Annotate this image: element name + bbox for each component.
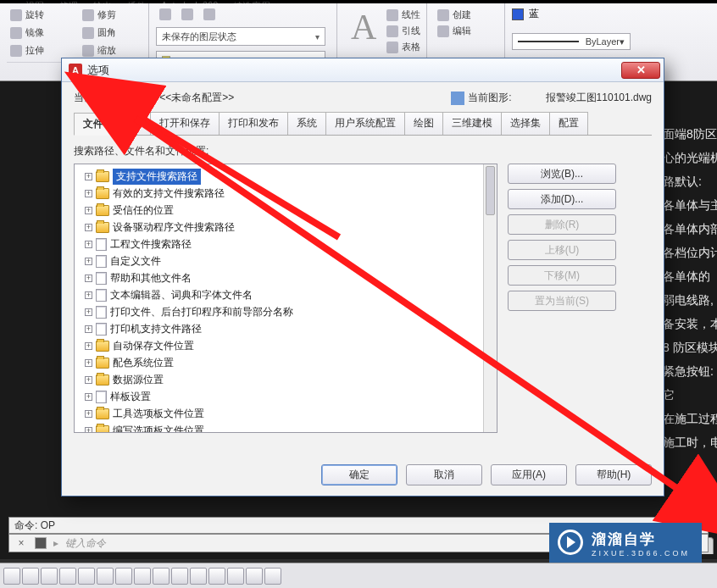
linear-dim-button[interactable]: 线性 [383, 7, 424, 23]
stretch-button[interactable]: 拉伸 [7, 42, 70, 58]
cancel-button[interactable]: 取消 [406, 464, 482, 485]
expander-icon[interactable]: + [85, 241, 92, 248]
layer-iso-button[interactable] [178, 7, 197, 22]
tree-node[interactable]: +配色系统位置 [76, 354, 495, 371]
tab-1[interactable]: 显示 [112, 112, 151, 135]
tab-9[interactable]: 配置 [549, 112, 588, 135]
tree-node[interactable]: +工程文件搜索路径 [76, 236, 495, 252]
expander-icon[interactable]: + [85, 325, 92, 333]
tree-node-label: 帮助和其他文件名 [110, 271, 192, 286]
move-down-button[interactable]: 下移(M) [508, 265, 616, 286]
tree-node[interactable]: +支持文件搜索路径 [76, 168, 495, 185]
expander-icon[interactable]: + [85, 207, 92, 214]
set-current-button[interactable]: 置为当前(S) [508, 291, 616, 311]
command-input[interactable]: 键入命令 [65, 536, 106, 551]
move-up-button[interactable]: 上移(U) [508, 240, 616, 260]
status-btn[interactable] [246, 568, 263, 585]
expander-icon[interactable]: + [85, 342, 92, 350]
browse-button[interactable]: 浏览(B)... [508, 164, 616, 184]
color-swatch[interactable] [512, 8, 524, 20]
trim-button[interactable]: 修剪 [79, 7, 142, 23]
rotate-button[interactable]: 旋转 [7, 7, 70, 23]
status-btn[interactable] [115, 568, 132, 585]
tree-node[interactable]: +有效的支持文件搜索路径 [76, 185, 495, 202]
status-btn[interactable] [97, 568, 114, 585]
status-btn[interactable] [78, 568, 95, 585]
status-btn[interactable] [3, 568, 20, 585]
status-btn[interactable] [190, 568, 207, 585]
status-btn[interactable] [153, 568, 170, 585]
tree-node-label: 自定义文件 [110, 254, 161, 269]
file-icon [96, 289, 107, 302]
expander-icon[interactable]: + [85, 359, 92, 367]
layer-state-button[interactable] [156, 7, 175, 22]
layer-freeze-button[interactable] [200, 7, 219, 22]
tab-7[interactable]: 三维建模 [442, 112, 502, 135]
tree-node[interactable]: +样板设置 [76, 388, 495, 405]
expander-icon[interactable]: + [85, 224, 92, 231]
expander-icon[interactable]: + [85, 393, 92, 401]
expander-icon[interactable]: + [85, 275, 92, 282]
search-paths-tree[interactable]: +支持文件搜索路径+有效的支持文件搜索路径+受信任的位置+设备驱动程序文件搜索路… [74, 164, 497, 433]
fillet-button[interactable]: 圆角 [79, 25, 142, 41]
expander-icon[interactable]: + [85, 427, 92, 434]
layer-state-combo[interactable]: 未保存的图层状态 ▾ [156, 27, 325, 46]
status-btn[interactable] [208, 568, 225, 585]
scrollbar[interactable] [483, 164, 497, 432]
expander-icon[interactable]: + [85, 173, 92, 180]
expander-icon[interactable]: + [85, 410, 92, 418]
expander-icon[interactable]: + [85, 376, 92, 384]
table-button[interactable]: 表格 [383, 39, 424, 55]
linetype-combo[interactable]: ByLayer▾ [512, 33, 631, 50]
expander-icon[interactable]: + [85, 291, 92, 299]
tab-8[interactable]: 选择集 [501, 112, 550, 135]
tree-node[interactable]: +文本编辑器、词典和字体文件名 [76, 286, 495, 303]
scale-button[interactable]: 缩放 [79, 42, 142, 58]
tree-node[interactable]: +设备驱动程序文件搜索路径 [76, 219, 495, 236]
text-icon[interactable]: A [344, 7, 383, 55]
status-btn[interactable] [264, 568, 281, 585]
help-button[interactable]: 帮助(H) [575, 464, 652, 485]
expander-icon[interactable]: + [85, 190, 92, 197]
mirror-icon [10, 27, 22, 39]
tab-4[interactable]: 系统 [287, 112, 326, 135]
status-btn[interactable] [227, 568, 244, 585]
scroll-thumb[interactable] [486, 166, 495, 215]
tree-node[interactable]: +自动保存文件位置 [76, 337, 495, 354]
status-btn[interactable] [22, 568, 39, 585]
tree-node[interactable]: +帮助和其他文件名 [76, 269, 495, 286]
ok-button[interactable]: 确定 [321, 464, 397, 485]
close-icon[interactable]: × [14, 537, 28, 549]
tree-node[interactable]: +打印机支持文件路径 [76, 320, 495, 337]
folder-icon [96, 425, 109, 434]
apply-button[interactable]: 应用(A) [491, 464, 567, 485]
dialog-titlebar[interactable]: A 选项 ✕ [62, 58, 664, 82]
tree-node[interactable]: +打印文件、后台打印程序和前导部分名称 [76, 303, 495, 320]
tree-node-label: 支持文件搜索路径 [113, 169, 201, 185]
leader-button[interactable]: 引线 [383, 23, 424, 39]
status-btn[interactable] [134, 568, 151, 585]
tab-2[interactable]: 打开和保存 [150, 112, 220, 135]
close-button[interactable]: ✕ [621, 62, 660, 79]
mirror-button[interactable]: 镜像 [7, 25, 70, 41]
tab-6[interactable]: 绘图 [404, 112, 443, 135]
status-btn[interactable] [59, 568, 76, 585]
status-btn[interactable] [171, 568, 188, 585]
tab-0[interactable]: 文件 [74, 113, 113, 136]
remove-button[interactable]: 删除(R) [508, 214, 616, 235]
file-icon [96, 255, 107, 268]
tree-node[interactable]: +数据源位置 [76, 371, 495, 388]
expander-icon[interactable]: + [85, 308, 92, 316]
tree-node[interactable]: +受信任的位置 [76, 202, 495, 219]
block-create-button[interactable]: 创建 [434, 7, 497, 23]
tree-node[interactable]: +编写选项板文件位置 [76, 422, 495, 433]
tab-5[interactable]: 用户系统配置 [325, 112, 405, 135]
add-button[interactable]: 添加(D)... [508, 189, 616, 209]
statusbar [0, 563, 717, 588]
tab-3[interactable]: 打印和发布 [219, 112, 288, 135]
status-btn[interactable] [41, 568, 58, 585]
tree-node[interactable]: +工具选项板文件位置 [76, 405, 495, 422]
expander-icon[interactable]: + [85, 258, 92, 265]
block-edit-button[interactable]: 编辑 [434, 23, 497, 39]
tree-node[interactable]: +自定义文件 [76, 252, 495, 269]
